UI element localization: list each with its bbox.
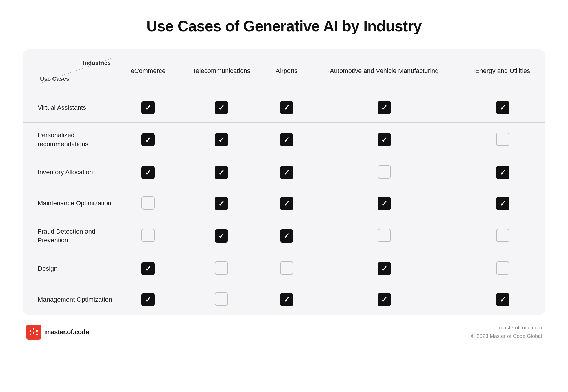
cell-6-3: ✓ bbox=[308, 284, 461, 315]
checkbox-unchecked bbox=[215, 261, 228, 275]
cell-1-1: ✓ bbox=[178, 123, 265, 157]
cell-3-0 bbox=[119, 188, 178, 219]
checkbox-unchecked bbox=[378, 229, 391, 242]
cell-1-4 bbox=[460, 123, 545, 157]
checkbox-unchecked bbox=[280, 261, 293, 275]
checkbox-checked: ✓ bbox=[378, 262, 391, 275]
col-header-telecom: Telecommunications bbox=[178, 49, 265, 93]
table-row: Management Optimization✓✓✓✓ bbox=[23, 284, 545, 315]
cell-1-3: ✓ bbox=[308, 123, 461, 157]
checkbox-checked: ✓ bbox=[215, 197, 228, 210]
checkbox-unchecked bbox=[215, 292, 228, 306]
logo-area: master.of.code bbox=[26, 325, 89, 340]
checkbox-checked: ✓ bbox=[141, 101, 155, 114]
cell-4-3 bbox=[308, 219, 461, 253]
cell-0-1: ✓ bbox=[178, 93, 265, 123]
cell-2-4: ✓ bbox=[460, 157, 545, 188]
checkbox-checked: ✓ bbox=[378, 293, 391, 306]
main-table: Industries Use Cases eCommerce Telecommu… bbox=[23, 49, 545, 315]
cell-6-4: ✓ bbox=[460, 284, 545, 315]
svg-rect-3 bbox=[33, 332, 34, 334]
col-header-energy: Energy and Utilities bbox=[460, 49, 545, 93]
industries-label: Industries bbox=[83, 60, 111, 66]
use-case-label-2: Inventory Allocation bbox=[23, 157, 119, 188]
checkbox-checked: ✓ bbox=[215, 229, 228, 243]
corner-header-cell: Industries Use Cases bbox=[23, 49, 119, 93]
checkbox-checked: ✓ bbox=[215, 166, 228, 179]
footer: master.of.code masterofcode.com © 2023 M… bbox=[23, 324, 545, 340]
checkbox-checked: ✓ bbox=[496, 197, 509, 210]
cell-6-0: ✓ bbox=[119, 284, 178, 315]
cell-5-0: ✓ bbox=[119, 253, 178, 284]
checkbox-checked: ✓ bbox=[215, 133, 228, 146]
checkbox-checked: ✓ bbox=[280, 293, 293, 306]
table-row: Inventory Allocation✓✓✓✓ bbox=[23, 157, 545, 188]
checkbox-unchecked bbox=[141, 229, 155, 242]
checkbox-checked: ✓ bbox=[280, 229, 293, 243]
checkbox-checked: ✓ bbox=[280, 101, 293, 114]
table-header-row: Industries Use Cases eCommerce Telecommu… bbox=[23, 49, 545, 93]
cell-2-2: ✓ bbox=[265, 157, 308, 188]
cell-5-2 bbox=[265, 253, 308, 284]
use-case-label-4: Fraud Detection and Prevention bbox=[23, 219, 119, 253]
footer-website: masterofcode.com bbox=[471, 324, 542, 332]
checkbox-checked: ✓ bbox=[496, 293, 509, 306]
col-header-ecommerce: eCommerce bbox=[119, 49, 178, 93]
cell-1-2: ✓ bbox=[265, 123, 308, 157]
svg-rect-4 bbox=[30, 334, 31, 335]
checkbox-checked: ✓ bbox=[215, 101, 228, 114]
table-row: Virtual Assistants✓✓✓✓✓ bbox=[23, 93, 545, 123]
page-title: Use Cases of Generative AI by Industry bbox=[146, 17, 422, 35]
cell-1-0: ✓ bbox=[119, 123, 178, 157]
use-case-label-5: Design bbox=[23, 253, 119, 284]
table-row: Design✓✓ bbox=[23, 253, 545, 284]
cell-2-3 bbox=[308, 157, 461, 188]
cell-2-1: ✓ bbox=[178, 157, 265, 188]
checkbox-checked: ✓ bbox=[496, 101, 509, 114]
cell-4-0 bbox=[119, 219, 178, 253]
cell-2-0: ✓ bbox=[119, 157, 178, 188]
cell-5-3: ✓ bbox=[308, 253, 461, 284]
logo-icon bbox=[26, 325, 41, 340]
footer-copyright-text: © 2023 Master of Code Global bbox=[471, 332, 542, 340]
cell-5-1 bbox=[178, 253, 265, 284]
checkbox-checked: ✓ bbox=[378, 101, 391, 114]
checkbox-checked: ✓ bbox=[378, 133, 391, 146]
use-case-label-0: Virtual Assistants bbox=[23, 93, 119, 123]
logo-text: master.of.code bbox=[45, 328, 89, 336]
checkbox-checked: ✓ bbox=[280, 166, 293, 179]
cell-5-4 bbox=[460, 253, 545, 284]
checkbox-checked: ✓ bbox=[141, 262, 155, 275]
cell-0-3: ✓ bbox=[308, 93, 461, 123]
cell-0-0: ✓ bbox=[119, 93, 178, 123]
checkbox-checked: ✓ bbox=[141, 293, 155, 306]
cell-6-2: ✓ bbox=[265, 284, 308, 315]
cell-4-1: ✓ bbox=[178, 219, 265, 253]
checkbox-checked: ✓ bbox=[141, 133, 155, 146]
svg-rect-0 bbox=[30, 330, 31, 332]
cell-3-3: ✓ bbox=[308, 188, 461, 219]
table-row: Personalized recommendations✓✓✓✓ bbox=[23, 123, 545, 157]
cell-3-4: ✓ bbox=[460, 188, 545, 219]
col-header-automotive: Automotive and Vehicle Manufacturing bbox=[308, 49, 461, 93]
checkbox-unchecked bbox=[496, 229, 509, 242]
table-container: Industries Use Cases eCommerce Telecommu… bbox=[23, 49, 545, 315]
cell-4-2: ✓ bbox=[265, 219, 308, 253]
use-case-label-6: Management Optimization bbox=[23, 284, 119, 315]
col-header-airports: Airports bbox=[265, 49, 308, 93]
use-case-label-3: Maintenance Optimization bbox=[23, 188, 119, 219]
checkbox-checked: ✓ bbox=[280, 133, 293, 146]
table-row: Maintenance Optimization✓✓✓✓ bbox=[23, 188, 545, 219]
svg-rect-1 bbox=[33, 328, 34, 330]
checkbox-checked: ✓ bbox=[141, 166, 155, 179]
checkbox-unchecked bbox=[496, 261, 509, 275]
checkbox-checked: ✓ bbox=[496, 166, 509, 179]
cell-6-1 bbox=[178, 284, 265, 315]
checkbox-unchecked bbox=[141, 196, 155, 210]
table-row: Fraud Detection and Prevention✓✓ bbox=[23, 219, 545, 253]
cell-0-2: ✓ bbox=[265, 93, 308, 123]
footer-copyright: masterofcode.com © 2023 Master of Code G… bbox=[471, 324, 542, 340]
checkbox-checked: ✓ bbox=[378, 197, 391, 210]
checkbox-unchecked bbox=[496, 133, 509, 146]
cell-3-2: ✓ bbox=[265, 188, 308, 219]
